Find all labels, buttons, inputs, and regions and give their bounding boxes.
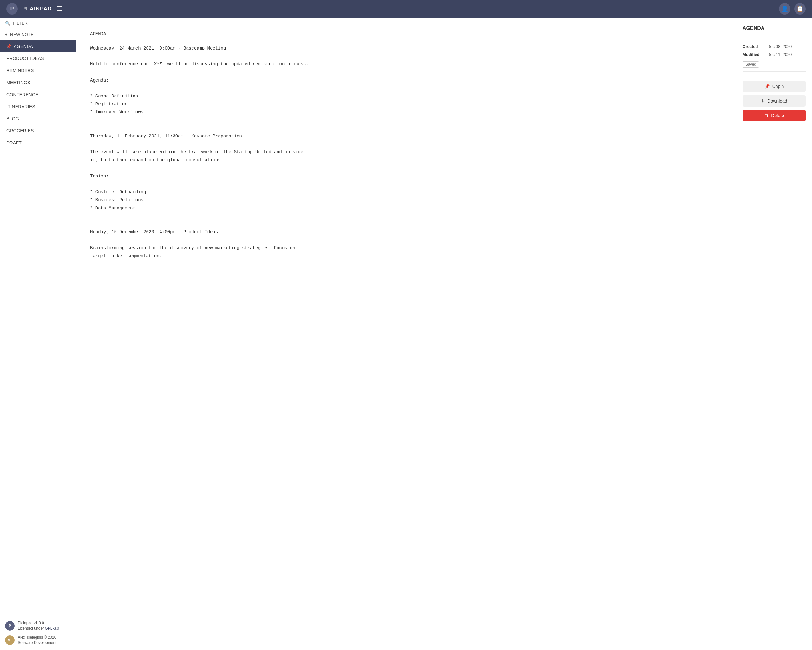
sidebar-item-label: MEETINGS — [6, 80, 31, 85]
created-value: Dec 08, 2020 — [767, 44, 792, 49]
sidebar-item-conference[interactable]: CONFERENCE — [0, 89, 76, 101]
footer-app-info: P Plainpad v1.0.0 Licensed under GPL-3.0 — [5, 621, 71, 631]
sidebar-item-blog[interactable]: BLOG — [0, 113, 76, 125]
sidebar: 🔍 FILTER + NEW NOTE 📌AGENDAPRODUCT IDEAS… — [0, 18, 76, 650]
created-label: Created — [743, 44, 765, 49]
footer-app-text: Plainpad v1.0.0 Licensed under GPL-3.0 — [18, 621, 59, 631]
license-link[interactable]: GPL-3.0 — [45, 626, 59, 631]
content-area: AGENDA Wednesday, 24 March 2021, 9:00am … — [76, 18, 736, 650]
sidebar-nav: 📌AGENDAPRODUCT IDEASREMINDERSMEETINGSCON… — [0, 40, 76, 616]
created-row: Created Dec 08, 2020 — [743, 44, 806, 49]
download-icon: ⬇ — [761, 98, 765, 104]
author-name: Alex Tselegidis © 2020 — [18, 635, 56, 640]
panel-title: AGENDA — [743, 25, 806, 31]
hamburger-icon[interactable]: ☰ — [56, 5, 62, 13]
filter-row[interactable]: 🔍 FILTER — [0, 18, 76, 29]
filter-label: FILTER — [13, 21, 28, 26]
sidebar-item-label: AGENDA — [14, 44, 33, 49]
unpin-button[interactable]: 📌 Unpin — [743, 81, 806, 92]
saved-badge: Saved — [743, 61, 759, 67]
note-title: AGENDA — [90, 31, 722, 38]
app-logo: P — [6, 3, 18, 15]
header-left: P PLAINPAD ☰ — [6, 3, 62, 15]
notes-icon[interactable]: 📋 — [794, 3, 806, 15]
user-icon[interactable]: 👤 — [779, 3, 791, 15]
modified-label: Modified — [743, 52, 765, 57]
pin-icon-small: 📌 — [6, 44, 11, 49]
sidebar-item-groceries[interactable]: GROCERIES — [0, 125, 76, 137]
download-button[interactable]: ⬇ Download — [743, 95, 806, 107]
new-note-row[interactable]: + NEW NOTE — [0, 29, 76, 40]
search-icon: 🔍 — [5, 21, 11, 26]
note-body[interactable]: Wednesday, 24 March 2021, 9:00am - Basec… — [90, 44, 722, 260]
sidebar-item-label: DRAFT — [6, 140, 21, 145]
trash-icon: 🗑 — [764, 113, 769, 118]
sidebar-item-product-ideas[interactable]: PRODUCT IDEAS — [0, 52, 76, 64]
panel-divider-1 — [743, 40, 806, 40]
header: P PLAINPAD ☰ 👤 📋 — [0, 0, 812, 18]
footer-user-text: Alex Tselegidis © 2020 Software Developm… — [18, 635, 56, 645]
sidebar-item-label: CONFERENCE — [6, 92, 38, 97]
unpin-label: Unpin — [772, 84, 784, 89]
footer-avatar: AT — [5, 635, 15, 645]
pin-icon: 📌 — [765, 84, 770, 89]
delete-button[interactable]: 🗑 Delete — [743, 110, 806, 121]
sidebar-item-itineraries[interactable]: ITINERARIES — [0, 101, 76, 113]
panel-actions: 📌 Unpin ⬇ Download 🗑 Delete — [743, 81, 806, 121]
modified-row: Modified Dec 11, 2020 — [743, 52, 806, 57]
sidebar-item-label: ITINERARIES — [6, 104, 35, 109]
download-label: Download — [767, 98, 787, 104]
footer-logo: P — [5, 621, 15, 631]
sidebar-item-label: PRODUCT IDEAS — [6, 56, 44, 61]
app-name: PLAINPAD — [22, 6, 52, 12]
sidebar-item-label: REMINDERS — [6, 68, 34, 73]
sidebar-item-agenda[interactable]: 📌AGENDA — [0, 40, 76, 52]
sidebar-item-reminders[interactable]: REMINDERS — [0, 64, 76, 76]
plus-icon: + — [5, 32, 8, 37]
header-right: 👤 📋 — [779, 3, 806, 15]
app-version: Plainpad v1.0.0 — [18, 621, 59, 626]
sidebar-item-draft[interactable]: DRAFT — [0, 137, 76, 149]
main-layout: 🔍 FILTER + NEW NOTE 📌AGENDAPRODUCT IDEAS… — [0, 18, 812, 650]
modified-value: Dec 11, 2020 — [767, 52, 792, 57]
sidebar-item-label: GROCERIES — [6, 128, 34, 133]
sidebar-item-meetings[interactable]: MEETINGS — [0, 76, 76, 89]
new-note-label: NEW NOTE — [10, 32, 34, 37]
delete-label: Delete — [771, 113, 784, 118]
sidebar-item-label: BLOG — [6, 116, 19, 121]
right-panel: AGENDA Created Dec 08, 2020 Modified Dec… — [736, 18, 812, 650]
author-role: Software Development — [18, 640, 56, 645]
footer-user: AT Alex Tselegidis © 2020 Software Devel… — [5, 635, 71, 645]
sidebar-footer: P Plainpad v1.0.0 Licensed under GPL-3.0… — [0, 616, 76, 650]
license-text: Licensed under GPL-3.0 — [18, 626, 59, 631]
